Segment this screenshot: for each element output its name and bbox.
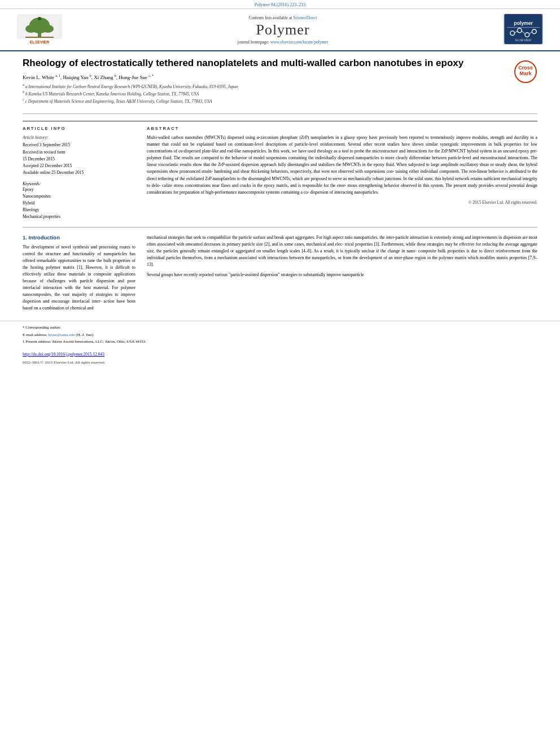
available-date: Available online 25 December 2015 xyxy=(23,169,135,176)
received-revised-label: Received in revised form xyxy=(23,149,135,155)
article-info-abstract-section: Article Info Article history: Received 3… xyxy=(23,121,537,220)
title-divider xyxy=(23,113,537,114)
elsevier-logo-svg: ELSEVIER xyxy=(17,14,62,45)
authors: Kevin L. White a, 1, Haiqing Yao b, Xi Z… xyxy=(23,74,505,80)
svg-rect-10 xyxy=(507,27,540,28)
svg-point-4 xyxy=(42,25,54,33)
homepage-line: journal homepage: www.elsevier.com/locat… xyxy=(62,40,504,45)
intro-right-col: mechanical strategies that seek to compa… xyxy=(147,234,537,316)
abstract-divider xyxy=(23,227,537,228)
abstract-column: Abstract Multi-walled carbon nanotubes (… xyxy=(147,126,537,220)
issn-line: 0032-3861/© 2015 Elsevier Ltd. All right… xyxy=(0,359,560,366)
svg-text:ELSEVIER: ELSEVIER xyxy=(30,40,50,44)
history-label: Article history: xyxy=(23,134,135,141)
email-line: E-mail address: hjsue@tamu.edu (H.-J. Su… xyxy=(23,332,537,338)
introduction-section: 1. Introduction The development of novel… xyxy=(23,234,537,316)
affiliation-b: b b Kaneka US Materials Research Center,… xyxy=(23,90,505,97)
affiliation-a: a a International Institute for Carbon-N… xyxy=(23,82,505,90)
svg-text:Cross: Cross xyxy=(518,65,533,71)
keyword-rheology: Rheology xyxy=(23,207,135,213)
received-date: Received 3 September 2015 xyxy=(23,142,135,148)
affiliation-c: c c Department of Materials Science and … xyxy=(23,97,505,104)
crossmark-icon: Cross Mark xyxy=(514,60,537,84)
article-info-label: Article Info xyxy=(23,126,135,131)
sciencedirect-link[interactable]: ScienceDirect xyxy=(293,15,317,20)
accepted-date: Accepted 22 December 2015 xyxy=(23,163,135,169)
intro-right-text: mechanical strategies that seek to compa… xyxy=(147,234,537,278)
article-title-text: Rheology of electrostatically tethered n… xyxy=(23,57,505,107)
svg-text:polymer: polymer xyxy=(514,20,533,26)
polymer-journal-logo: polymer ELSEVIER xyxy=(504,14,543,45)
revised-date: 15 December 2015 xyxy=(23,156,135,162)
keywords-label: Keywords: xyxy=(23,181,41,186)
abstract-label: Abstract xyxy=(147,126,537,131)
intro-heading: 1. Introduction xyxy=(23,234,135,241)
journal-header-center: Contents lists available at ScienceDirec… xyxy=(62,15,504,45)
citation-text: Polymer 84 (2016) 223–233 xyxy=(255,2,305,7)
svg-point-3 xyxy=(25,25,37,33)
article-info-column: Article Info Article history: Received 3… xyxy=(23,126,135,220)
article-footer: * Corresponding author. E-mail address: … xyxy=(0,321,560,350)
homepage-link[interactable]: www.elsevier.com/locate/polymer xyxy=(270,40,328,45)
abstract-body: Multi-walled carbon nanotubes (MWCNTs) d… xyxy=(147,134,537,196)
keyword-hybrid: Hybrid xyxy=(23,200,135,207)
corresponding-note: * Corresponding author. xyxy=(23,325,537,331)
affiliations: a a International Institute for Carbon-N… xyxy=(23,82,505,104)
svg-point-5 xyxy=(38,17,41,20)
intro-left-col: 1. Introduction The development of novel… xyxy=(23,234,135,316)
article-body: Rheology of electrostatically tethered n… xyxy=(0,51,560,321)
article-title: Rheology of electrostatically tethered n… xyxy=(23,57,505,69)
journal-header: ELSEVIER Contents lists available at Sci… xyxy=(0,9,560,51)
journal-name: Polymer xyxy=(62,21,504,38)
article-title-section: Rheology of electrostatically tethered n… xyxy=(23,57,537,107)
citation-bar: Polymer 84 (2016) 223–233 xyxy=(0,0,560,9)
svg-text:ELSEVIER: ELSEVIER xyxy=(515,38,531,42)
keyword-epoxy: Epoxy xyxy=(23,186,135,193)
svg-text:Mark: Mark xyxy=(519,71,532,76)
doi-line: http://dx.doi.org/10.1016/j.polymer.2015… xyxy=(0,350,560,359)
article-history: Article history: Received 3 September 20… xyxy=(23,134,135,176)
intro-left-text: The development of novel synthesis and p… xyxy=(23,244,135,312)
keywords-block: Keywords: Epoxy Nanocomposites Hybrid Rh… xyxy=(23,181,135,220)
crossmark[interactable]: Cross Mark xyxy=(514,60,537,85)
abstract-text: Multi-walled carbon nanotubes (MWCNTs) d… xyxy=(147,134,537,206)
keyword-mechanical: Mechanical properties xyxy=(23,213,135,220)
email-link[interactable]: hjsue@tamu.edu xyxy=(49,333,75,337)
keyword-nanocomposites: Nanocomposites xyxy=(23,193,135,200)
contents-line: Contents lists available at ScienceDirec… xyxy=(62,15,504,20)
copyright-line: © 2015 Elsevier Ltd. All rights reserved… xyxy=(147,199,537,206)
svg-rect-6 xyxy=(25,37,54,38)
footnote1: 1 Present address: Akron Ascent Innovati… xyxy=(23,339,537,345)
elsevier-logo: ELSEVIER xyxy=(17,14,62,45)
doi-link[interactable]: http://dx.doi.org/10.1016/j.polymer.2015… xyxy=(23,352,104,357)
polymer-logo-container: polymer ELSEVIER xyxy=(504,14,543,46)
